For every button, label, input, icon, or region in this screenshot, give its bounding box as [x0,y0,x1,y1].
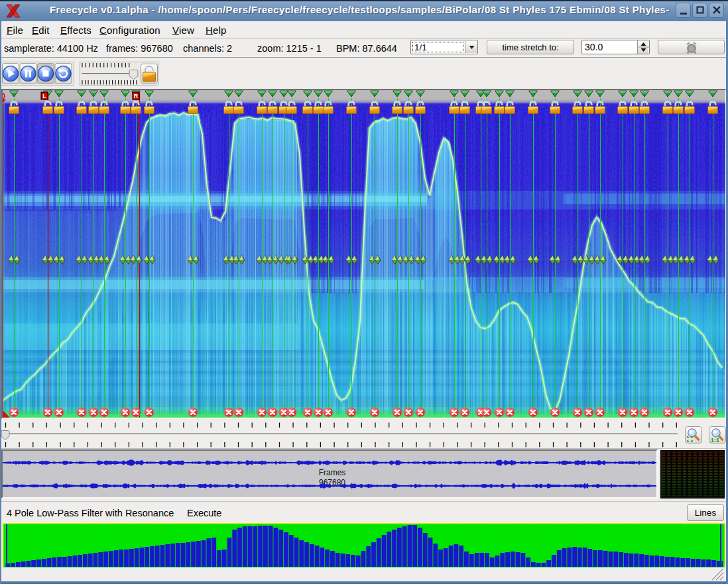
svg-text:L: L [42,93,46,99]
svg-text:1:1: 1:1 [711,437,719,443]
svg-text:R: R [134,93,139,99]
svg-text:Frames: Frames [319,468,346,477]
